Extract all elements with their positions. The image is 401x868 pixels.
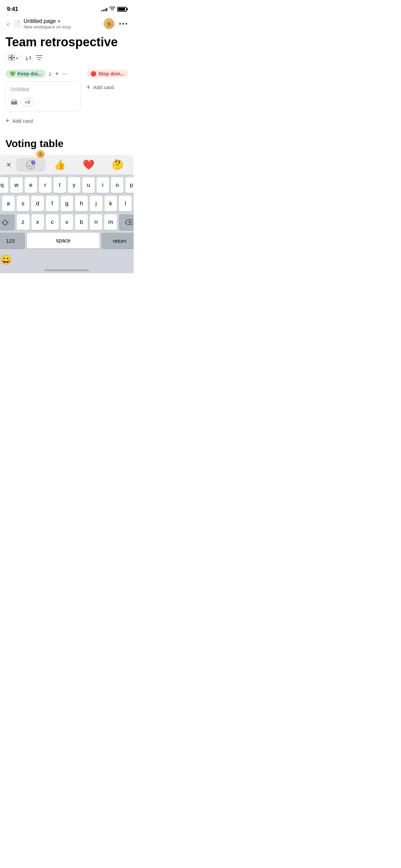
key-q[interactable]: q xyxy=(0,177,8,193)
keyboard-row-1: q w e r t y u i o p xyxy=(0,177,134,193)
key-a[interactable]: a xyxy=(2,196,15,212)
avatar[interactable]: S xyxy=(103,18,115,29)
view-toggle-button[interactable]: ▾ xyxy=(5,53,21,63)
key-u[interactable]: u xyxy=(82,177,95,193)
shift-key[interactable] xyxy=(0,214,15,230)
add-card-label-keep: Add card xyxy=(12,118,33,124)
toolbar-row: ▾ xyxy=(5,53,128,63)
voting-table-section: Voting table S xyxy=(5,138,128,149)
key-h[interactable]: h xyxy=(75,196,88,212)
emoji-face-button[interactable]: 😀 xyxy=(0,253,13,267)
nav-subtitle: New workspace on loop xyxy=(24,24,100,29)
column-more-button-keep[interactable]: ⋯ xyxy=(62,70,68,77)
space-key[interactable]: space xyxy=(27,233,100,249)
key-c[interactable]: c xyxy=(46,214,59,230)
nav-right: S ••• xyxy=(103,18,128,29)
svg-text:+: + xyxy=(33,161,34,164)
keyboard: q w e r t y u i o p a s d f g h j k l z … xyxy=(0,174,134,273)
nav-title-area: Untitled page ▾ New workspace on loop xyxy=(24,18,100,29)
column-title-keep: Keep doi... xyxy=(17,71,42,76)
add-card-button-stop[interactable]: + Add card xyxy=(86,81,128,93)
key-y[interactable]: y xyxy=(68,177,80,193)
key-d[interactable]: d xyxy=(31,196,44,212)
key-g[interactable]: g xyxy=(61,196,73,212)
key-s[interactable]: s xyxy=(17,196,29,212)
key-v[interactable]: v xyxy=(61,214,73,230)
key-o[interactable]: o xyxy=(111,177,123,193)
add-card-plus-icon: + xyxy=(5,117,10,125)
key-k[interactable]: k xyxy=(105,196,117,212)
status-icons xyxy=(101,7,127,12)
add-card-button-keep[interactable]: + Add card xyxy=(5,115,81,127)
key-f[interactable]: f xyxy=(46,196,59,212)
card-assign-icon: 🏔 xyxy=(11,98,17,106)
key-w[interactable]: w xyxy=(10,177,23,193)
key-z[interactable]: z xyxy=(17,214,29,230)
column-title-stop: Stop doin... xyxy=(98,71,124,76)
key-l[interactable]: l xyxy=(119,196,132,212)
card-title-1: Untitled xyxy=(11,86,76,93)
emoji-key-row: 😀 xyxy=(0,251,134,267)
user-cursor-indicator: S xyxy=(36,149,45,159)
sort-button[interactable] xyxy=(25,55,32,61)
filter-button[interactable] xyxy=(36,55,42,62)
thumbs-up-emoji-button[interactable]: 👍 xyxy=(45,157,74,172)
more-button[interactable]: ••• xyxy=(119,20,128,28)
key-b[interactable]: b xyxy=(75,214,88,230)
thinking-emoji-button[interactable]: 🤔 xyxy=(103,157,132,172)
key-x[interactable]: x xyxy=(32,214,44,230)
keyboard-row-2: a s d f g h j k l xyxy=(0,196,134,212)
num-key[interactable]: 123 xyxy=(0,233,25,249)
key-e[interactable]: e xyxy=(25,177,37,193)
column-add-button-keep[interactable]: + xyxy=(55,70,59,78)
key-m[interactable]: m xyxy=(104,214,117,230)
vote-count-1: +0 xyxy=(25,99,30,105)
key-t[interactable]: t xyxy=(53,177,66,193)
vote-badge-1[interactable]: +0 xyxy=(21,98,34,106)
emoji-toolbar-close-button[interactable]: ✕ xyxy=(1,158,16,171)
view-toggle-icon xyxy=(9,55,15,62)
card-1[interactable]: Untitled 🏔 +0 xyxy=(5,81,81,111)
column-label-keep: 💚 Keep doi... xyxy=(5,70,46,78)
add-card-plus-icon-stop: + xyxy=(86,83,90,91)
nav-page-title: Untitled page xyxy=(24,18,56,24)
column-header-keep: 💚 Keep doi... 1 + ⋯ xyxy=(5,70,81,78)
delete-key[interactable] xyxy=(119,214,134,230)
column-keep-doing: 💚 Keep doi... 1 + ⋯ Untitled 🏔 +0 + xyxy=(5,70,81,127)
view-chevron-icon: ▾ xyxy=(16,56,18,61)
key-p[interactable]: p xyxy=(125,177,134,193)
column-label-stop: 🔴 Stop doin... xyxy=(86,70,128,78)
columns-area: 💚 Keep doi... 1 + ⋯ Untitled 🏔 +0 + xyxy=(5,70,128,130)
page-title: Team retrospective xyxy=(5,35,128,49)
add-card-label-stop: Add card xyxy=(93,84,114,90)
home-indicator xyxy=(45,269,89,271)
main-content: Team retrospective ▾ xyxy=(0,32,134,174)
key-i[interactable]: i xyxy=(97,177,109,193)
wifi-icon xyxy=(109,7,115,12)
keyboard-row-3: z x c v b n m xyxy=(0,214,134,230)
page-icon: 📄 xyxy=(13,20,21,27)
key-r[interactable]: r xyxy=(39,177,51,193)
key-j[interactable]: j xyxy=(90,196,102,212)
column-count-keep: 1 xyxy=(49,71,51,77)
bottom-bar xyxy=(0,267,134,273)
comment-emoji-button[interactable]: + xyxy=(16,158,45,172)
emoji-toolbar: ✕ + 👍 ❤️ 🤔 xyxy=(0,155,134,174)
key-n[interactable]: n xyxy=(90,214,102,230)
status-bar: 9:41 xyxy=(0,0,134,15)
heart-emoji-button[interactable]: ❤️ xyxy=(74,157,104,172)
cursor-avatar: S xyxy=(36,149,45,159)
svg-rect-1 xyxy=(12,55,15,57)
return-key[interactable]: return xyxy=(101,233,134,249)
column-stop-doing: 🔴 Stop doin... + Add card xyxy=(86,70,128,127)
nav-title-row[interactable]: Untitled page ▾ xyxy=(24,18,100,24)
voting-table-title: Voting table xyxy=(5,138,128,149)
column-emoji-keep: 💚 xyxy=(10,71,15,76)
back-button[interactable]: ‹ xyxy=(5,19,11,29)
svg-rect-0 xyxy=(9,55,11,57)
signal-icon xyxy=(101,7,107,11)
nav-bar: ‹ 📄 Untitled page ▾ New workspace on loo… xyxy=(0,15,134,32)
svg-point-8 xyxy=(29,164,29,164)
column-emoji-stop: 🔴 xyxy=(90,71,96,76)
nav-chevron-icon: ▾ xyxy=(58,19,60,24)
